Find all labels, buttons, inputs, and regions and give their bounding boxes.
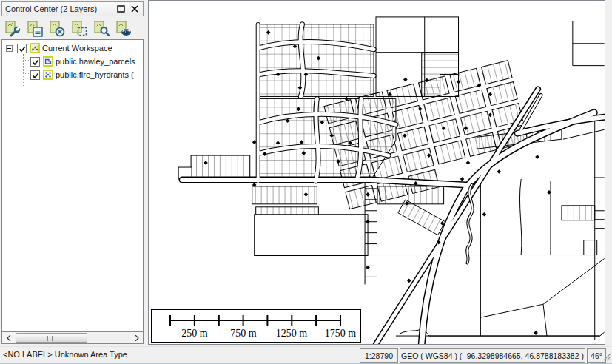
tree-horizontal-scrollbar[interactable] [1, 331, 144, 344]
arrow-right-icon [135, 335, 139, 341]
hawley-parcels-checkbox[interactable] [30, 57, 40, 67]
scroll-right-button[interactable] [130, 332, 143, 343]
layer-visibility-button[interactable] [112, 19, 135, 38]
layer-zoom-button[interactable] [90, 19, 112, 38]
layer-attributes-list-icon [25, 20, 44, 38]
collapse-expander[interactable] [6, 45, 13, 52]
layer-select-extent-button[interactable] [68, 19, 90, 38]
workspace-icon [30, 43, 40, 53]
layer-remove-icon [47, 20, 67, 38]
scalebar-label: 1750 m [325, 328, 356, 340]
scrollbar-thumb[interactable] [16, 333, 87, 343]
layer-edit-wrench-icon [3, 20, 22, 38]
layer-edit-button[interactable] [1, 19, 24, 38]
scalebar: 250 m 750 m 1250 m 1750 m [151, 309, 361, 343]
workspace-label: Current Workspace [40, 44, 112, 53]
scroll-left-button[interactable] [2, 332, 15, 343]
arrow-left-icon [7, 335, 11, 341]
check-icon [31, 58, 41, 67]
tree-row-hawley-parcels[interactable]: public.hawley_parcels [2, 55, 143, 68]
point-layer-icon [43, 70, 53, 80]
tree-row-fire-hydrants[interactable]: public.fire_hyrdrants ( [2, 68, 143, 81]
check-icon [31, 71, 41, 81]
layer-attributes-button[interactable] [24, 19, 46, 38]
fire-hydrants-checkbox[interactable] [30, 70, 40, 80]
application-window: { "panel": { "title": "Control Center (2… [0, 0, 612, 364]
resize-grip-icon[interactable] [603, 353, 611, 361]
scalebar-label: 250 m [181, 328, 207, 340]
close-button[interactable] [129, 4, 141, 14]
layer-visibility-eye-icon [114, 20, 133, 38]
panel-titlebar: Control Center (2 Layers) [1, 1, 144, 16]
map-canvas[interactable]: 250 m 750 m 1250 m 1750 m [148, 0, 605, 345]
workspace-checkbox[interactable] [17, 44, 27, 53]
control-center-panel: Control Center (2 Layers) [0, 0, 146, 345]
status-coordinates: GEO ( WGS84 ) ( -96.3298984665, 46.87881… [400, 348, 585, 363]
statusbar: <NO LABEL> Unknown Area Type 1:28790 GEO… [0, 346, 612, 363]
check-icon [18, 44, 27, 54]
status-selection-text: <NO LABEL> Unknown Area Type [3, 350, 127, 359]
panel-toolbar [1, 18, 144, 38]
panel-title: Control Center (2 Layers) [2, 4, 115, 13]
layer-select-extent-icon [70, 20, 89, 38]
status-scale: 1:28790 [360, 348, 398, 363]
layer-zoom-icon [92, 20, 111, 38]
tree-row-workspace[interactable]: Current Workspace [2, 41, 143, 55]
maximize-button[interactable] [115, 4, 127, 14]
maximize-icon [117, 5, 125, 13]
close-icon [131, 5, 138, 13]
scalebar-label: 1250 m [276, 328, 307, 340]
polygon-layer-icon [43, 56, 53, 67]
layer-remove-button[interactable] [46, 19, 68, 38]
hawley-parcels-label: public.hawley_parcels [53, 57, 135, 66]
layers-tree: Current Workspace public.hawley_parcels [1, 39, 144, 331]
fire-hydrants-label: public.fire_hyrdrants ( [53, 70, 134, 79]
map-svg [149, 1, 605, 344]
scalebar-label: 750 m [230, 328, 256, 340]
